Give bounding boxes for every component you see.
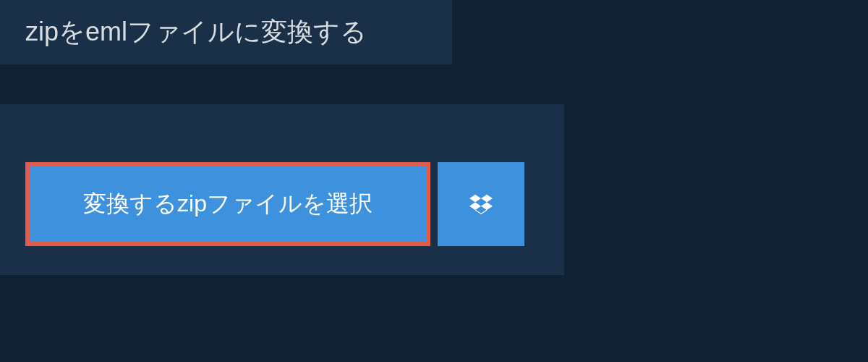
dropbox-icon	[469, 193, 493, 216]
button-row: 変換するzipファイルを選択	[25, 162, 539, 246]
upload-panel: 変換するzipファイルを選択	[0, 104, 564, 275]
select-file-button[interactable]: 変換するzipファイルを選択	[25, 162, 430, 246]
converter-panel: zipをemlファイルに変換する 変換するzipファイルを選択	[0, 0, 868, 275]
dropbox-button[interactable]	[438, 162, 524, 246]
select-file-label: 変換するzipファイルを選択	[83, 188, 373, 220]
page-title: zipをemlファイルに変換する	[0, 0, 452, 64]
